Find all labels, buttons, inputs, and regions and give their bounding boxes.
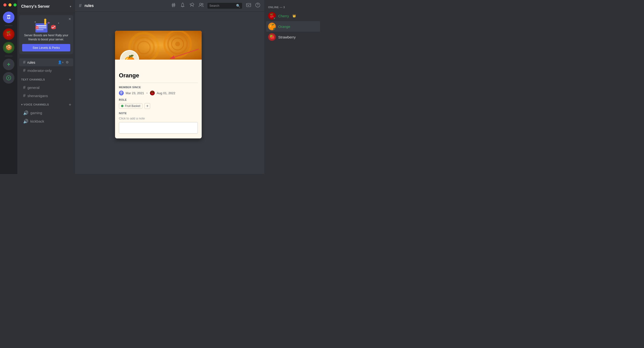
member-item-orange[interactable]: 🍊 Orange	[266, 21, 320, 32]
channel-hash-header: #	[79, 3, 82, 8]
maximize-button[interactable]	[14, 3, 16, 6]
hash-icon-general: #	[23, 85, 26, 90]
svg-text:✦: ✦	[58, 22, 60, 24]
svg-marker-9	[44, 18, 47, 19]
settings-icon[interactable]: ⚙	[65, 60, 69, 65]
channel-name-kickback: kickback	[30, 119, 44, 123]
server-sidebar: 🍒 🍪 +	[0, 0, 17, 174]
discord-home-icon[interactable]	[3, 11, 14, 23]
add-role-button[interactable]: +	[144, 103, 150, 109]
member-item-strawberry[interactable]: 🍓 Strawberry	[266, 32, 320, 42]
channel-item-rules[interactable]: # rules 👤+ ⚙	[19, 58, 73, 66]
add-voice-channel-button[interactable]: +	[68, 103, 71, 107]
note-input[interactable]	[119, 122, 198, 134]
online-count: — 3	[280, 6, 285, 9]
member-name-orange: Orange	[278, 24, 290, 29]
channel-item-general[interactable]: # general	[19, 84, 73, 92]
close-button[interactable]	[3, 3, 6, 6]
main-content: # rules	[75, 0, 264, 174]
profile-banner: 🍊	[115, 31, 202, 60]
date-separator: •	[146, 91, 148, 95]
chat-area[interactable]: 🍊	[75, 11, 264, 174]
profile-body: Orange MEMBER SINCE Mar 23, 2021 •	[115, 60, 202, 139]
member-avatar-cherry: 🍒	[268, 12, 276, 20]
server-icon-mini: 🍒	[150, 91, 155, 95]
search-bar[interactable]: Search 🔍	[208, 3, 242, 9]
profile-name: Orange	[119, 72, 198, 79]
channel-item-gaming[interactable]: 🔊 gaming	[19, 109, 73, 117]
voice-channels-label[interactable]: ▾ VOICE CHANNELS	[21, 103, 49, 106]
note-placeholder-text[interactable]: Click to add a note	[119, 117, 198, 120]
server-header[interactable]: Cherry's Server ▾	[17, 0, 75, 13]
svg-rect-6	[36, 29, 44, 30]
discord-logo-icon	[119, 91, 124, 95]
svg-point-24	[175, 42, 180, 46]
pin-header-icon[interactable]	[189, 2, 194, 9]
see-levels-perks-button[interactable]: See Levels & Perks	[22, 44, 70, 51]
member-avatar-strawberry: 🍓	[268, 33, 276, 41]
hash-icon: #	[23, 60, 26, 65]
channel-sidebar: Cherry's Server ▾ ✕ ✕ ✦	[17, 0, 75, 174]
channel-name-shenanigans: shenanigans	[28, 94, 48, 98]
help-header-icon[interactable]	[255, 2, 260, 9]
server-name: Cherry's Server	[21, 4, 50, 9]
profile-divider	[119, 83, 198, 83]
text-channels-label[interactable]: TEXT CHANNELS	[21, 78, 45, 81]
member-avatar-orange: 🍊	[268, 22, 276, 30]
note-section: Click to add a note	[119, 117, 198, 135]
svg-point-16	[202, 3, 203, 5]
boost-close-button[interactable]: ✕	[68, 17, 71, 21]
svg-text:✕: ✕	[36, 27, 38, 29]
boost-banner: ✕ ✕ ✦ ✦	[19, 15, 73, 54]
server-icon-cherry[interactable]: 🍒	[3, 28, 14, 40]
boost-banner-text: Server Boosts are here! Rally your frien…	[22, 33, 70, 42]
member-item-cherry[interactable]: 🍒 Cherry 👑	[266, 10, 320, 21]
profile-avatar-outer: 🍊	[120, 50, 139, 60]
members-sidebar: ONLINE — 3 🍒 Cherry 👑 🍊 Orange 🍓 Strawbe…	[264, 0, 322, 174]
channel-item-moderator-only[interactable]: # moderator-only	[19, 67, 73, 74]
chevron-down-icon: ▾	[70, 5, 71, 8]
channel-item-kickback[interactable]: 🔊 kickback	[19, 117, 73, 126]
role-badge[interactable]: Fruit Basket	[119, 103, 142, 109]
channel-name-gaming: gaming	[30, 111, 42, 115]
svg-text:✦: ✦	[34, 21, 36, 23]
channel-name-rules: rules	[28, 60, 36, 64]
hashtag-header-icon[interactable]	[171, 2, 176, 9]
explore-button[interactable]	[3, 72, 14, 84]
role-section: Fruit Basket +	[119, 103, 198, 109]
minimize-button[interactable]	[8, 3, 12, 6]
server-icon-cookie[interactable]: 🍪	[3, 42, 14, 53]
speaker-icon-gaming: 🔊	[23, 110, 28, 116]
server-divider-2	[5, 56, 12, 56]
server-join-date: Aug 01, 2022	[157, 91, 175, 95]
add-server-button[interactable]: +	[3, 59, 14, 70]
server-divider	[5, 25, 12, 26]
svg-point-31	[122, 93, 122, 93]
channel-name-header: rules	[84, 3, 94, 8]
add-text-channel-button[interactable]: +	[68, 77, 71, 82]
note-label: NOTE	[119, 112, 198, 115]
online-status-cherry	[274, 17, 276, 20]
header-icons: Search 🔍	[171, 2, 260, 9]
inbox-header-icon[interactable]	[246, 2, 251, 9]
members-header-icon[interactable]	[198, 2, 204, 9]
channel-name-moderator-only: moderator-only	[28, 68, 52, 73]
svg-point-15	[200, 3, 202, 5]
profile-popup: 🍊	[115, 31, 202, 139]
svg-point-30	[120, 93, 121, 93]
member-since-label: MEMBER SINCE	[119, 86, 198, 89]
voice-channels-section: ▾ VOICE CHANNELS +	[17, 102, 75, 108]
add-member-icon[interactable]: 👤+	[57, 60, 64, 65]
crown-icon: 👑	[292, 14, 296, 17]
discord-join-date: Mar 23, 2021	[126, 91, 144, 95]
svg-point-0	[8, 17, 8, 18]
member-name-strawberry: Strawberry	[278, 35, 296, 39]
role-color-dot	[121, 105, 124, 107]
main-header: # rules	[75, 0, 264, 11]
svg-marker-13	[47, 22, 50, 24]
channel-item-shenanigans[interactable]: # shenanigans	[19, 92, 73, 100]
role-name: Fruit Basket	[125, 104, 140, 108]
bell-header-icon[interactable]	[180, 2, 185, 9]
channel-list: # rules 👤+ ⚙ # moderator-only TEXT CHANN…	[17, 56, 75, 174]
svg-rect-10	[44, 19, 46, 25]
